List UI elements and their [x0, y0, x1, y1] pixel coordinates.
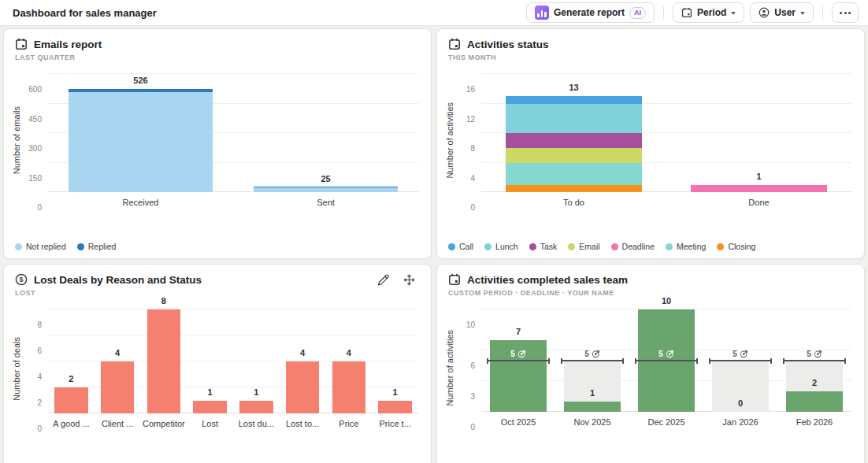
- bar-segment-meeting: [506, 163, 643, 185]
- legend-item-task[interactable]: Task: [529, 242, 558, 251]
- dollar-icon: $: [15, 273, 28, 286]
- bar-value-label: 13: [477, 83, 671, 92]
- legend-label: Closing: [728, 242, 755, 251]
- period-dropdown[interactable]: Period: [673, 2, 744, 23]
- legend-item-deadline[interactable]: Deadline: [611, 242, 655, 251]
- goal-label: 5: [777, 350, 851, 358]
- panel-activities-completed: Activities completed sales team CUSTOM P…: [436, 264, 865, 463]
- y-axis-title: Number of deals: [10, 309, 23, 428]
- top-bar-actions: Generate report AI Period User: [526, 2, 859, 23]
- legend-dot: [568, 243, 575, 250]
- bar-competitor[interactable]: [147, 309, 180, 413]
- bar-slot-jan-2026: 50: [703, 309, 777, 412]
- plot-grid: 24811441: [48, 309, 418, 413]
- y-tick-label: 150: [23, 173, 42, 182]
- user-label: User: [774, 7, 796, 18]
- legend-item-not-replied[interactable]: Not replied: [15, 242, 66, 251]
- x-tick-label-nov-2025: Nov 2025: [555, 417, 629, 427]
- target-icon: [666, 350, 674, 358]
- emails-legend: Not repliedReplied: [15, 232, 431, 251]
- ellipsis-icon: [840, 12, 851, 14]
- panel-title: Emails report: [34, 39, 102, 50]
- y-tick-label: 4: [23, 372, 42, 381]
- bar-segment-call: [506, 96, 643, 103]
- bar-sent[interactable]: [254, 187, 398, 192]
- bar-slot-nov-2025: 51: [555, 309, 629, 412]
- bar-segment-lunch: [506, 104, 643, 134]
- y-axis-title: Number of activities: [443, 309, 456, 427]
- x-axis-labels: To doDone: [481, 198, 851, 207]
- more-button[interactable]: [832, 2, 859, 23]
- target-icon: [592, 350, 600, 358]
- bar-received[interactable]: [69, 89, 213, 193]
- bar-slot-price: 4: [326, 309, 373, 413]
- chevron-down-icon: [731, 12, 736, 17]
- legend-item-email[interactable]: Email: [568, 242, 599, 251]
- target-icon: [814, 350, 822, 358]
- bars-row: 57515105052: [481, 309, 851, 412]
- bar-segment-not-replied: [254, 187, 398, 192]
- goal-label: 5: [703, 350, 777, 358]
- legend-dot: [77, 243, 84, 250]
- bar-value-label: 4: [321, 348, 377, 357]
- edit-pencil-icon[interactable]: [377, 274, 389, 286]
- x-tick-label-received: Received: [48, 198, 233, 207]
- generate-report-button[interactable]: Generate report AI: [526, 2, 655, 23]
- bar-segment-deadline: [691, 185, 828, 192]
- bar-feb-2026[interactable]: 5: [786, 309, 842, 412]
- user-dropdown[interactable]: User: [750, 2, 814, 23]
- y-tick-label: 450: [23, 114, 42, 123]
- x-tick-label-sent: Sent: [233, 198, 418, 207]
- y-tick-label: 0: [23, 424, 42, 433]
- bar-oct-2025[interactable]: 5: [490, 309, 546, 412]
- legend-item-closing[interactable]: Closing: [717, 242, 755, 251]
- goal-line-cap: [622, 358, 624, 364]
- bar-fill: [786, 391, 842, 412]
- bar-lost-to[interactable]: [286, 361, 319, 413]
- legend-label: Not replied: [26, 242, 66, 251]
- target-icon: [517, 350, 526, 358]
- bar-client[interactable]: [101, 361, 134, 413]
- goal-line-cap: [770, 358, 772, 364]
- bar-slot-done: 1: [666, 74, 851, 192]
- generate-report-label: Generate report: [554, 7, 625, 18]
- x-axis-labels: A good ...Client ...CompetitorLostLost d…: [48, 419, 418, 428]
- legend-item-replied[interactable]: Replied: [77, 242, 117, 251]
- bar-price[interactable]: [332, 361, 365, 413]
- y-tick-label: 6: [23, 346, 42, 355]
- bar-value-label: 25: [228, 174, 423, 183]
- y-axis-title: Number of activities: [443, 74, 456, 207]
- legend-label: Task: [540, 242, 558, 251]
- goal-line: [709, 360, 771, 361]
- legend-item-call[interactable]: Call: [448, 242, 473, 251]
- bar-a-good[interactable]: [54, 387, 87, 413]
- bar-dec-2025[interactable]: 5: [638, 309, 694, 412]
- legend-item-lunch[interactable]: Lunch: [484, 242, 518, 251]
- move-icon[interactable]: [403, 274, 415, 286]
- bar-slot-competitor: 8: [141, 309, 187, 413]
- legend-item-meeting[interactable]: Meeting: [666, 242, 706, 251]
- target-icon: [740, 350, 748, 358]
- bar-done[interactable]: [691, 185, 828, 192]
- ai-badge: AI: [629, 7, 646, 19]
- legend-label: Replied: [88, 242, 117, 251]
- bar-lost-du[interactable]: [239, 401, 273, 414]
- y-tick-label: 8: [23, 320, 42, 329]
- bar-lost[interactable]: [193, 401, 226, 414]
- panel-subtitle: LAST QUARTER: [15, 54, 420, 61]
- bar-slot-lost-to: 4: [280, 309, 326, 413]
- bar-segment-task: [506, 133, 643, 148]
- bar-jan-2026[interactable]: 5: [712, 309, 768, 412]
- plot-grid: 52625: [48, 74, 418, 192]
- emails-chart: Number of emails015030045060052625Receiv…: [10, 74, 418, 207]
- bar-segment-closing: [506, 185, 643, 192]
- y-tick-label: 0: [456, 203, 475, 212]
- bar-slot-a-good: 2: [48, 309, 95, 413]
- bar-value-label: 1: [662, 172, 856, 181]
- bar-slot-received: 526: [48, 74, 233, 192]
- bar-to-do[interactable]: [506, 96, 643, 192]
- dashboard-grid: Emails report LAST QUARTER Number of ema…: [0, 26, 868, 463]
- bar-value-label: 7: [477, 327, 560, 336]
- bar-price-t[interactable]: [378, 401, 411, 414]
- y-tick-label: 2: [23, 398, 42, 407]
